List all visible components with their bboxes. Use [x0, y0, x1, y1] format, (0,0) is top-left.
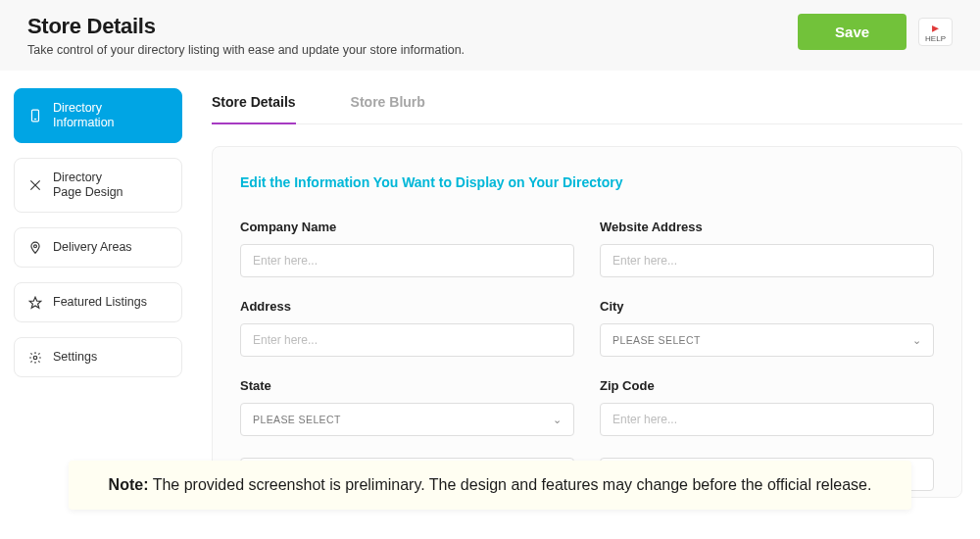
sidebar-item-label: Directory Page Design — [53, 171, 168, 200]
website-label: Website Address — [600, 220, 934, 234]
sidebar-item-directory-information[interactable]: Directory Information — [14, 88, 182, 143]
page-title: Store Details — [27, 14, 465, 39]
website-input[interactable] — [600, 244, 934, 277]
help-button[interactable]: ▸ HELP — [918, 18, 953, 47]
svg-point-4 — [33, 356, 37, 360]
city-label: City — [600, 299, 934, 314]
city-select[interactable]: PLEASE SELECT ⌄ — [600, 323, 934, 357]
address-input[interactable] — [240, 323, 574, 357]
field-address: Address — [240, 299, 574, 357]
company-name-label: Company Name — [240, 220, 574, 234]
location-pin-icon — [28, 241, 42, 255]
help-label: HELP — [925, 34, 946, 43]
form-grid: Company Name Website Address Address Cit… — [240, 220, 934, 491]
help-icon: ▸ — [925, 21, 946, 34]
svg-marker-3 — [29, 297, 41, 308]
state-select[interactable]: PLEASE SELECT ⌄ — [240, 403, 574, 436]
sidebar-item-label: Directory Information — [53, 101, 168, 130]
sidebar: Directory Information Directory Page Des… — [14, 88, 182, 498]
note-text: The provided screenshot is preliminary. … — [148, 476, 871, 493]
chevron-down-icon: ⌄ — [553, 414, 562, 426]
svg-point-2 — [34, 244, 37, 247]
state-label: State — [240, 378, 574, 393]
field-city: City PLEASE SELECT ⌄ — [600, 299, 934, 357]
svg-rect-0 — [32, 110, 39, 122]
address-label: Address — [240, 299, 574, 314]
field-state: State PLEASE SELECT ⌄ — [240, 378, 574, 436]
sidebar-item-settings[interactable]: Settings — [14, 337, 182, 377]
page-header: Store Details Take control of your direc… — [0, 0, 980, 71]
field-website: Website Address — [600, 220, 934, 277]
panel-title: Edit the Information You Want to Display… — [240, 174, 934, 190]
note-prefix: Note: — [109, 476, 149, 493]
sidebar-item-directory-page-design[interactable]: Directory Page Design — [14, 158, 182, 213]
page-subtitle: Take control of your directory listing w… — [27, 43, 465, 57]
header-title-block: Store Details Take control of your direc… — [27, 14, 465, 57]
zip-label: Zip Code — [600, 378, 934, 393]
tab-store-blurb[interactable]: Store Blurb — [351, 88, 425, 123]
chevron-down-icon: ⌄ — [912, 334, 921, 347]
sidebar-item-delivery-areas[interactable]: Delivery Areas — [14, 227, 182, 268]
field-zip: Zip Code — [600, 378, 934, 436]
sidebar-item-label: Featured Listings — [53, 295, 168, 310]
gear-icon — [28, 351, 42, 365]
tab-bar: Store Details Store Blurb — [212, 88, 962, 124]
sidebar-item-featured-listings[interactable]: Featured Listings — [14, 282, 182, 322]
field-company-name: Company Name — [240, 220, 574, 277]
header-actions: Save ▸ HELP — [798, 14, 953, 50]
sidebar-item-label: Delivery Areas — [53, 240, 168, 255]
tab-store-details[interactable]: Store Details — [212, 88, 296, 123]
zip-input[interactable] — [600, 403, 934, 436]
company-name-input[interactable] — [240, 244, 574, 277]
phone-icon — [28, 109, 42, 122]
save-button[interactable]: Save — [798, 14, 906, 50]
city-selected-value: PLEASE SELECT — [612, 334, 701, 346]
star-icon — [28, 296, 42, 310]
sidebar-item-label: Settings — [53, 350, 168, 365]
main-content: Store Details Store Blurb Edit the Infor… — [212, 88, 962, 498]
directory-info-panel: Edit the Information You Want to Display… — [212, 146, 962, 498]
design-icon — [28, 178, 42, 192]
state-selected-value: PLEASE SELECT — [253, 414, 341, 425]
note-banner: Note: The provided screenshot is prelimi… — [69, 461, 911, 510]
